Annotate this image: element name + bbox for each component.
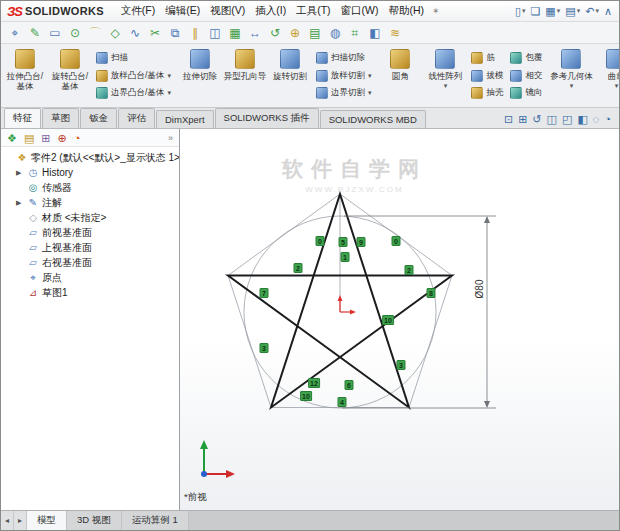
property-manager-tab[interactable]: ▤: [24, 130, 34, 146]
ribbon-boundary-boss-button[interactable]: 边界凸台/基体: [96, 85, 171, 101]
sketch-point-badge[interactable]: 3: [260, 343, 269, 353]
ribbon-revolved-cut-button[interactable]: 旋转切割: [268, 46, 312, 105]
section-view-icon[interactable]: ◫: [547, 113, 557, 125]
zoom-fit-icon[interactable]: ⊡: [504, 113, 513, 125]
new-document-button[interactable]: ▯: [515, 5, 526, 18]
rotate-entities-icon[interactable]: ↺: [266, 24, 284, 42]
menu-file[interactable]: 文件(F): [116, 2, 160, 20]
tab-dimxpert[interactable]: DimXpert: [156, 110, 214, 128]
offset-entities-icon[interactable]: ∥: [186, 24, 204, 42]
rectangle-tool-icon[interactable]: ▭: [46, 24, 64, 42]
tab-scroll-left-icon[interactable]: ◂: [1, 511, 14, 530]
ribbon-boundary-cut-button[interactable]: 边界切割: [316, 85, 372, 101]
sketch-point-badge[interactable]: 9: [357, 237, 366, 247]
ribbon-shell-button[interactable]: 抽壳: [471, 85, 503, 101]
hide-show-items-icon[interactable]: ◌: [593, 113, 600, 125]
undo-button[interactable]: ↶: [585, 5, 599, 18]
display-style-icon[interactable]: ◧: [577, 113, 587, 125]
sketch-point-badge[interactable]: 8: [427, 288, 436, 298]
appearance-icon[interactable]: ◔: [604, 113, 611, 125]
spline-tool-icon[interactable]: ∿: [126, 24, 144, 42]
tab-model[interactable]: 模型: [27, 511, 67, 530]
shaded-view-icon[interactable]: ◍: [326, 24, 344, 42]
zoom-area-icon[interactable]: ⊞: [518, 113, 527, 125]
arc-tool-icon[interactable]: ⌒: [86, 24, 104, 42]
sketch-point-badge[interactable]: 1: [341, 252, 350, 262]
print-button[interactable]: ▤: [565, 5, 580, 18]
tree-item-part-root[interactable]: ❖ 零件2 (默认<<默认>_显示状态 1>): [1, 150, 179, 165]
tab-solidworks-mbd[interactable]: SOLIDWORKS MBD: [320, 110, 426, 128]
measure-icon[interactable]: ≋: [386, 24, 404, 42]
sketch-icon[interactable]: ✎: [26, 24, 44, 42]
configuration-manager-tab[interactable]: ⊞: [41, 130, 50, 146]
ribbon-lofted-boss-button[interactable]: 放样凸台/基体: [96, 68, 171, 84]
ribbon-linear-pattern-button[interactable]: 线性阵列: [423, 46, 467, 105]
move-entities-icon[interactable]: ↔: [246, 24, 264, 42]
tree-item-right-plane[interactable]: ▱ 右视基准面: [1, 255, 179, 270]
collapse-toolbar-button[interactable]: ∧: [604, 5, 612, 18]
tree-item-annotations[interactable]: ✎ 注解: [1, 195, 179, 210]
select-icon[interactable]: ⌖: [6, 24, 24, 42]
ribbon-curves-button[interactable]: 曲线: [594, 46, 619, 105]
feature-manager-tab[interactable]: ❖: [7, 130, 17, 146]
sketch-point-badge[interactable]: 10: [300, 391, 312, 401]
menu-help[interactable]: 帮助(H): [383, 2, 429, 20]
menu-insert[interactable]: 插入(I): [250, 2, 291, 20]
sketch-point-badge[interactable]: 6: [345, 380, 354, 390]
tab-features[interactable]: 特征: [4, 108, 41, 128]
circle-tool-icon[interactable]: ⊙: [66, 24, 84, 42]
tab-sheet-metal[interactable]: 钣金: [80, 108, 117, 128]
sketch-point-badge[interactable]: 2: [294, 263, 303, 273]
tree-item-top-plane[interactable]: ▱ 上视基准面: [1, 240, 179, 255]
display-relations-icon[interactable]: ▤: [306, 24, 324, 42]
smart-dimension-icon[interactable]: ⊕: [286, 24, 304, 42]
previous-view-icon[interactable]: ↺: [532, 113, 541, 125]
sketch-point-badge[interactable]: 0: [392, 236, 401, 246]
sketch-point-badge[interactable]: 2: [405, 265, 414, 275]
tab-solidworks-addins[interactable]: SOLIDWORKS 插件: [215, 108, 319, 128]
save-button[interactable]: ▦: [545, 5, 560, 18]
ribbon-swept-boss-button[interactable]: 扫描: [96, 50, 171, 66]
sketch-point-badge[interactable]: 7: [260, 288, 269, 298]
tab-3d-views[interactable]: 3D 视图: [67, 511, 122, 530]
trim-tool-icon[interactable]: ✂: [146, 24, 164, 42]
tab-motion-study[interactable]: 运动算例 1: [122, 511, 189, 530]
tree-item-origin[interactable]: ⌖ 原点: [1, 270, 179, 285]
ribbon-fillet-button[interactable]: 圆角: [378, 46, 422, 105]
ribbon-swept-cut-button[interactable]: 扫描切除: [316, 50, 372, 66]
menu-window[interactable]: 窗口(W): [336, 2, 384, 20]
sketch-point-badge[interactable]: 4: [338, 397, 347, 407]
graphics-area[interactable]: 软件自学网 WWW.RJZXW.COM Ø80: [180, 129, 619, 510]
ribbon-extruded-cut-button[interactable]: 拉伸切除: [178, 46, 222, 105]
ribbon-lofted-cut-button[interactable]: 放样切割: [316, 68, 372, 84]
section-view-icon[interactable]: ◧: [366, 24, 384, 42]
ribbon-draft-button[interactable]: 拔模: [471, 68, 503, 84]
tree-item-sketch1[interactable]: ⊿ 草图1: [1, 285, 179, 300]
ribbon-hole-wizard-button[interactable]: 异型孔向导: [223, 46, 267, 105]
ribbon-reference-geometry-button[interactable]: 参考几何体: [549, 46, 593, 105]
tree-item-history[interactable]: ◷ History: [1, 165, 179, 180]
menu-edit[interactable]: 编辑(E): [160, 2, 205, 20]
ribbon-mirror-button[interactable]: 镜向: [510, 85, 542, 101]
sketch-point-badge[interactable]: 5: [339, 237, 348, 247]
dimxpert-manager-tab[interactable]: ⊕: [58, 130, 67, 146]
tab-scroll-right-icon[interactable]: ▸: [14, 511, 27, 530]
linear-sketch-pattern-icon[interactable]: ▦: [226, 24, 244, 42]
ribbon-revolved-boss-button[interactable]: 旋转凸台/基体: [48, 46, 92, 105]
tree-item-sensors[interactable]: ◎ 传感器: [1, 180, 179, 195]
convert-entities-icon[interactable]: ⧉: [166, 24, 184, 42]
expand-caret-icon[interactable]: [16, 199, 24, 207]
ribbon-extruded-boss-button[interactable]: 拉伸凸台/基体: [3, 46, 47, 105]
menu-view[interactable]: 视图(V): [205, 2, 250, 20]
polygon-tool-icon[interactable]: ◇: [106, 24, 124, 42]
expand-caret-icon[interactable]: [16, 169, 24, 177]
ribbon-intersect-button[interactable]: 相交: [510, 68, 542, 84]
mirror-entities-icon[interactable]: ◫: [206, 24, 224, 42]
sketch-point-badge[interactable]: 3: [397, 360, 406, 370]
ribbon-wrap-button[interactable]: 包覆: [510, 50, 542, 66]
tree-item-front-plane[interactable]: ▱ 前视基准面: [1, 225, 179, 240]
view-orientation-icon[interactable]: ◰: [562, 113, 572, 125]
grid-icon[interactable]: ⌗: [346, 24, 364, 42]
sketch-point-badge[interactable]: 12: [308, 378, 320, 388]
tab-sketch[interactable]: 草图: [42, 108, 79, 128]
